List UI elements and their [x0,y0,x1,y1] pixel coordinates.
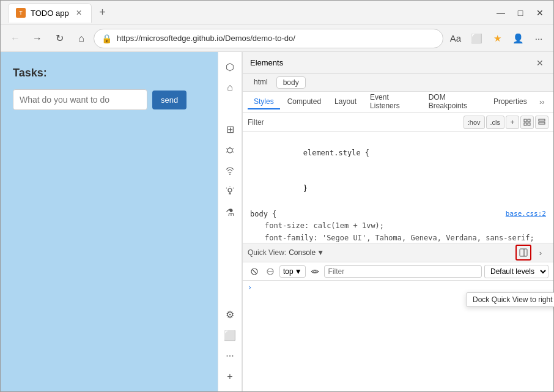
tab-favicon: T [16,8,26,18]
new-tab-button[interactable]: + [94,4,111,21]
svg-point-25 [314,270,316,273]
element-style-block: element.style { } [243,135,553,207]
svg-line-5 [232,152,234,152]
more-quick-view-button[interactable]: › [533,245,548,261]
maximize-button[interactable]: □ [512,4,529,21]
tab-layout[interactable]: Layout [328,95,363,109]
console-prompt[interactable]: › [248,283,252,292]
address-bar[interactable]: 🔒 https://microsoftedge.github.io/Demos/… [94,29,443,48]
dock-right-button[interactable] [515,245,531,261]
devtools-sidebar: ⬡ ⌂ ⊞ [218,52,242,391]
more-button[interactable]: ··· [529,29,548,48]
back-button[interactable]: ← [6,29,25,48]
frame-chevron: ▼ [295,267,302,276]
profile-button[interactable]: 👤 [508,29,528,48]
console-toolbar: top ▼ Default levels [243,262,553,281]
more-tools-icon[interactable]: ··· [220,346,240,366]
main-area: Tasks: send ⬡ ⌂ ⊞ [1,52,553,391]
tab-properties[interactable]: Properties [487,95,533,109]
css-font-size: font-size: calc(1em + 1vw); [257,220,553,232]
html-tab[interactable]: html [248,76,274,89]
tab-title: TODO app [31,9,69,18]
code-icon[interactable] [220,98,240,118]
wifi-icon[interactable] [220,161,240,180]
style-action-1[interactable] [520,116,534,129]
todo-input[interactable] [13,89,147,110]
minimize-button[interactable]: — [492,4,509,21]
filter-input[interactable] [269,116,461,129]
css-content: element.style { } body { base.css:2 font… [243,132,553,243]
svg-point-7 [228,188,232,192]
page-icon[interactable]: ⬜ [220,325,240,345]
css-element-style-close: } [243,171,553,207]
no-entry-button[interactable] [264,265,277,278]
tab-computed[interactable]: Computed [281,95,327,109]
refresh-button[interactable]: ↻ [50,29,69,48]
frame-selector[interactable]: top ▼ [279,265,306,278]
title-bar: T TODO app ✕ + — □ ✕ [1,1,553,25]
todo-input-row: send [13,89,205,110]
devtools-header: Elements ✕ [243,52,553,74]
page-content: Tasks: send [1,52,218,391]
body-base-css-selector: body { base.css:2 [243,209,553,220]
devtools-tabs: Styles Computed Layout Event Listeners D… [243,92,553,113]
forward-button[interactable]: → [28,29,47,48]
inspect-icon[interactable]: ⬡ [220,57,240,76]
log-level-selector[interactable]: Default levels [484,265,548,278]
layers-icon[interactable]: ⊞ [220,119,240,139]
devtools-title: Elements [250,58,534,67]
settings-icon[interactable]: ⚙ [220,305,240,324]
svg-rect-13 [524,119,526,122]
eye-icon-button[interactable] [308,265,322,278]
style-action-2[interactable] [535,116,548,129]
send-button[interactable]: send [152,91,187,109]
filter-bar: Filter :hov .cls + [243,113,553,132]
body-base-css-block: body { base.css:2 font-size: calc(1em + … [243,207,553,243]
hov-button[interactable]: :hov [464,116,485,129]
favorites-button[interactable]: ★ [487,29,507,48]
browser-tab[interactable]: T TODO app ✕ [8,3,92,23]
svg-rect-19 [520,249,527,256]
svg-point-6 [229,174,231,175]
filter-actions: :hov .cls + [464,116,548,129]
svg-line-22 [253,270,256,273]
bug-icon[interactable] [220,140,240,160]
dock-right-tooltip: Dock Quick View to right [466,292,554,307]
tab-close-button[interactable]: ✕ [74,8,84,18]
svg-line-3 [232,149,234,149]
quick-view-actions: › [515,245,548,261]
svg-line-12 [233,188,234,188]
quick-view-label: Quick View: [248,248,286,257]
experiment-icon[interactable]: ⚗ [220,202,240,222]
quick-view-console: Console [289,248,316,257]
url-text: https://microsoftedge.github.io/Demos/de… [117,34,435,43]
browser-window: T TODO app ✕ + — □ ✕ ← → ↻ ⌂ 🔒 https://m… [0,0,554,392]
top-text: top [283,267,294,276]
home-icon[interactable]: ⌂ [220,78,240,97]
tab-event-listeners[interactable]: Event Listeners [364,91,421,114]
collections-button[interactable]: ⬜ [467,29,486,48]
reader-view-button[interactable]: Aa [446,29,465,48]
add-style-button[interactable]: + [506,116,519,129]
bulb-icon[interactable] [220,182,240,201]
cls-button[interactable]: .cls [486,116,505,129]
svg-point-0 [227,148,232,153]
tab-dom-breakpoints[interactable]: DOM Breakpoints [423,91,486,114]
quick-view-chevron[interactable]: ▼ [317,248,324,257]
base-css-link[interactable]: base.css:2 [506,209,546,220]
tab-styles[interactable]: Styles [248,95,280,109]
home-button[interactable]: ⌂ [72,29,91,48]
more-tabs-button[interactable]: ›› [536,95,548,109]
css-font-family: font-family: 'Segoe UI', Tahoma, Geneva,… [257,232,553,243]
add-tool-button[interactable]: + [220,367,240,386]
lock-icon: 🔒 [102,34,112,43]
devtools-close-button[interactable]: ✕ [534,57,546,69]
source-tabs: html body [243,74,553,92]
body-tab[interactable]: body [276,76,306,89]
svg-rect-15 [524,123,526,125]
close-button[interactable]: ✕ [531,4,548,21]
tasks-label: Tasks: [13,67,205,80]
console-filter-input[interactable] [324,265,482,278]
clear-console-button[interactable] [248,265,261,278]
svg-rect-17 [539,119,545,121]
